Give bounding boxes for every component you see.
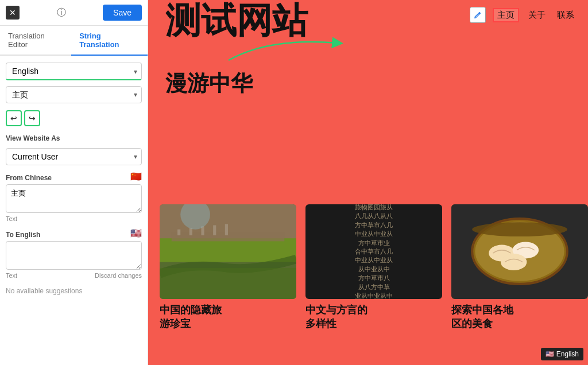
svg-rect-6 bbox=[189, 228, 192, 235]
svg-rect-5 bbox=[177, 230, 180, 235]
lang-flag-icon: 🇺🇸 bbox=[546, 350, 554, 358]
lang-badge-text: English bbox=[556, 350, 579, 358]
image-grid: 中国的隐藏旅 游珍宝 旅物图园旅从 八几从八从八 方中草市八几 中业从中业从 方… bbox=[160, 204, 588, 331]
to-english-label: To English bbox=[6, 231, 40, 239]
user-select-wrapper: Current User Guest Admin bbox=[6, 148, 142, 165]
chars-overlay: 旅物图园旅从 八几从八从八 方中草市八几 中业从中业从 方中草市业 合中草市八几… bbox=[353, 204, 395, 299]
from-chinese-section: From Chinese 🇨🇳 主页 Text bbox=[6, 171, 142, 222]
undo-redo-bar: ↩ ↪ bbox=[6, 110, 142, 126]
close-button[interactable]: ✕ bbox=[6, 6, 20, 20]
grid-caption-2: 中文与方言的 多样性 bbox=[305, 304, 442, 331]
redo-button[interactable]: ↪ bbox=[24, 110, 40, 126]
grid-item-1: 中国的隐藏旅 游珍宝 bbox=[160, 204, 296, 331]
save-button[interactable]: Save bbox=[103, 5, 142, 21]
from-chinese-label: From Chinese bbox=[6, 174, 52, 182]
panel-header: ✕ ⓘ Save bbox=[0, 0, 148, 26]
svg-point-19 bbox=[472, 222, 567, 236]
info-button[interactable]: ⓘ bbox=[55, 6, 68, 20]
tab-string-translation[interactable]: String Translation bbox=[71, 26, 148, 56]
arrow-annotation bbox=[223, 26, 349, 72]
page-select-wrapper: 主页 关于 联系 bbox=[6, 86, 142, 103]
to-english-section: To English 🇺🇸 Text Discard changes bbox=[6, 228, 142, 279]
english-flag: 🇺🇸 bbox=[130, 228, 142, 239]
from-text-hint: Text bbox=[6, 215, 142, 222]
dumplings-image bbox=[451, 204, 588, 299]
nav-link-home[interactable]: 主页 bbox=[493, 8, 519, 22]
chinese-flag: 🇨🇳 bbox=[130, 171, 142, 182]
svg-rect-10 bbox=[160, 268, 296, 299]
from-chinese-textarea[interactable]: 主页 bbox=[6, 184, 142, 213]
language-select-wrapper: English Chinese French Spanish bbox=[6, 63, 142, 80]
panel-body: English Chinese French Spanish 主页 关于 联系 … bbox=[0, 56, 148, 302]
tab-translation-editor[interactable]: Translation Editor bbox=[0, 26, 71, 56]
user-select[interactable]: Current User Guest Admin bbox=[6, 148, 142, 165]
translation-panel: ✕ ⓘ Save Translation Editor String Trans… bbox=[0, 0, 148, 365]
view-website-as-label: View Website As bbox=[6, 134, 142, 142]
grid-caption-3: 探索中国各地 区的美食 bbox=[451, 304, 588, 331]
grid-item-3: 探索中国各地 区的美食 bbox=[451, 204, 588, 331]
to-english-textarea[interactable] bbox=[6, 241, 142, 270]
site-subtitle: 漫游中华 bbox=[165, 69, 253, 98]
undo-button[interactable]: ↩ bbox=[6, 110, 22, 126]
discard-changes-button[interactable]: Discard changes bbox=[95, 272, 142, 279]
website-background: 测试网站 主页 关于 联系 漫游中华 bbox=[148, 0, 588, 365]
svg-point-17 bbox=[501, 254, 527, 270]
svg-rect-3 bbox=[160, 238, 296, 262]
edit-pencil-icon bbox=[474, 11, 482, 19]
from-header: From Chinese 🇨🇳 bbox=[6, 171, 142, 182]
grid-item-2: 旅物图园旅从 八几从八从八 方中草市八几 中业从中业从 方中草市业 合中草市八几… bbox=[305, 204, 442, 331]
to-header: To English 🇺🇸 bbox=[6, 228, 142, 239]
site-nav: 主页 关于 联系 bbox=[470, 7, 577, 23]
to-text-hint: Text bbox=[6, 272, 17, 279]
nav-link-about[interactable]: 关于 bbox=[526, 9, 548, 22]
grid-caption-1: 中国的隐藏旅 游珍宝 bbox=[160, 304, 296, 331]
svg-rect-9 bbox=[225, 224, 228, 236]
nav-link-contact[interactable]: 联系 bbox=[555, 9, 577, 22]
characters-image: 旅物图园旅从 八几从八从八 方中草市八几 中业从中业从 方中草市业 合中草市八几… bbox=[305, 204, 442, 299]
svg-rect-8 bbox=[213, 226, 216, 236]
page-select[interactable]: 主页 关于 联系 bbox=[6, 86, 142, 103]
nav-edit-button[interactable] bbox=[470, 7, 486, 23]
language-select[interactable]: English Chinese French Spanish bbox=[6, 63, 142, 80]
language-badge: 🇺🇸 English bbox=[541, 348, 583, 360]
website-preview: 测试网站 主页 关于 联系 漫游中华 bbox=[148, 0, 588, 365]
great-wall-image bbox=[160, 204, 296, 299]
tab-bar: Translation Editor String Translation bbox=[0, 26, 148, 56]
no-suggestions-text: No available suggestions bbox=[6, 287, 142, 295]
